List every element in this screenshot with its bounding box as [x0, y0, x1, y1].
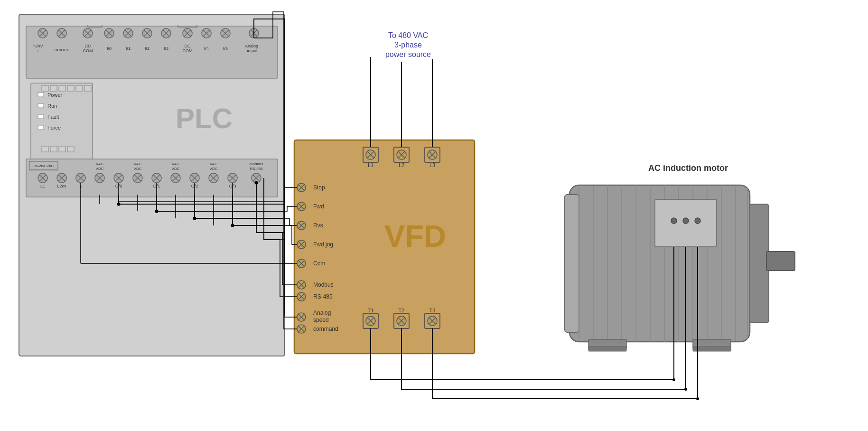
svg-text:VDC: VDC: [96, 167, 104, 171]
svg-text:L2: L2: [399, 162, 404, 168]
svg-point-256: [155, 210, 159, 213]
svg-rect-66: [50, 85, 57, 91]
svg-text:I/1: I/1: [126, 46, 131, 51]
svg-text:COM: COM: [83, 48, 93, 53]
svg-rect-221: [766, 252, 795, 271]
svg-text:VDC: VDC: [210, 167, 218, 171]
diagram-container: +24V ↑ DC/OUT DC COM I/0 I/1 I/2 I/3 DC …: [0, 0, 868, 431]
svg-text:L1: L1: [368, 162, 373, 168]
svg-point-238: [695, 218, 700, 224]
svg-rect-242: [693, 347, 731, 351]
svg-text:AC induction motor: AC induction motor: [648, 163, 728, 173]
svg-text:I/0: I/0: [107, 46, 112, 51]
svg-text:VDC: VDC: [172, 167, 180, 171]
svg-text:VAC: VAC: [210, 162, 217, 166]
svg-rect-67: [59, 85, 65, 91]
svg-text:To 480 VAC: To 480 VAC: [388, 31, 428, 39]
svg-text:RS-485: RS-485: [313, 293, 333, 300]
svg-text:↑: ↑: [37, 48, 39, 53]
svg-rect-63: [38, 125, 44, 130]
svg-point-259: [255, 181, 258, 185]
svg-text:I/4: I/4: [204, 46, 209, 51]
svg-point-258: [231, 224, 234, 227]
svg-text:I/3: I/3: [164, 46, 168, 51]
svg-rect-69: [76, 85, 83, 91]
svg-text:L1: L1: [40, 184, 45, 188]
svg-text:Com: Com: [313, 260, 325, 267]
svg-text:Stop: Stop: [313, 184, 325, 191]
svg-text:output: output: [245, 48, 258, 53]
svg-text:PLC: PLC: [176, 103, 233, 134]
svg-rect-61: [38, 114, 44, 119]
svg-point-237: [683, 218, 689, 224]
svg-text:VAC: VAC: [134, 162, 141, 166]
svg-rect-75: [67, 146, 74, 152]
svg-text:+24V: +24V: [33, 44, 43, 48]
svg-text:T3: T3: [429, 308, 436, 313]
svg-text:Run: Run: [47, 103, 57, 109]
svg-rect-57: [38, 93, 44, 97]
svg-text:VAC: VAC: [96, 162, 103, 166]
svg-rect-241: [588, 347, 626, 351]
svg-rect-73: [50, 146, 57, 152]
svg-rect-74: [59, 146, 65, 152]
svg-text:Modbus: Modbus: [313, 281, 334, 288]
svg-point-250: [684, 388, 687, 391]
svg-text:Analog: Analog: [245, 44, 258, 48]
svg-text:DC/OUT: DC/OUT: [55, 48, 69, 52]
svg-text:power source: power source: [385, 50, 431, 58]
svg-text:VAC: VAC: [172, 162, 179, 166]
svg-point-255: [117, 203, 121, 206]
svg-text:Power: Power: [47, 92, 63, 98]
svg-text:Force: Force: [47, 125, 61, 131]
svg-text:Rvs: Rvs: [313, 222, 323, 229]
svg-text:DC: DC: [85, 44, 91, 48]
svg-point-236: [671, 218, 677, 224]
svg-text:VDC: VDC: [134, 167, 142, 171]
svg-text:DC: DC: [185, 44, 191, 48]
svg-point-257: [193, 217, 196, 220]
svg-text:T2: T2: [399, 308, 405, 313]
svg-point-249: [672, 378, 675, 381]
svg-rect-59: [38, 103, 44, 108]
svg-text:Fwd: Fwd: [313, 203, 324, 210]
svg-text:85-264 VAC: 85-264 VAC: [34, 164, 54, 168]
svg-text:Modbus: Modbus: [250, 162, 263, 166]
svg-point-251: [696, 397, 699, 400]
svg-text:L3: L3: [429, 162, 435, 168]
svg-text:Fault: Fault: [47, 114, 59, 120]
svg-text:Fwd jog: Fwd jog: [313, 241, 333, 248]
svg-text:speed: speed: [313, 317, 329, 323]
svg-text:3-phase: 3-phase: [394, 41, 422, 49]
svg-text:Analog: Analog: [313, 309, 331, 316]
svg-rect-72: [42, 146, 48, 152]
svg-text:L2/N: L2/N: [57, 184, 66, 188]
svg-text:RS-485: RS-485: [250, 167, 263, 171]
svg-text:T1: T1: [368, 308, 374, 313]
svg-text:COM: COM: [183, 48, 193, 53]
svg-text:I/2: I/2: [145, 46, 149, 51]
svg-text:VFD: VFD: [384, 219, 446, 253]
svg-rect-68: [67, 85, 74, 91]
svg-rect-219: [565, 195, 579, 332]
svg-text:command: command: [313, 326, 338, 332]
svg-rect-70: [84, 85, 91, 91]
svg-rect-65: [42, 85, 48, 91]
svg-text:I/5: I/5: [223, 46, 228, 51]
